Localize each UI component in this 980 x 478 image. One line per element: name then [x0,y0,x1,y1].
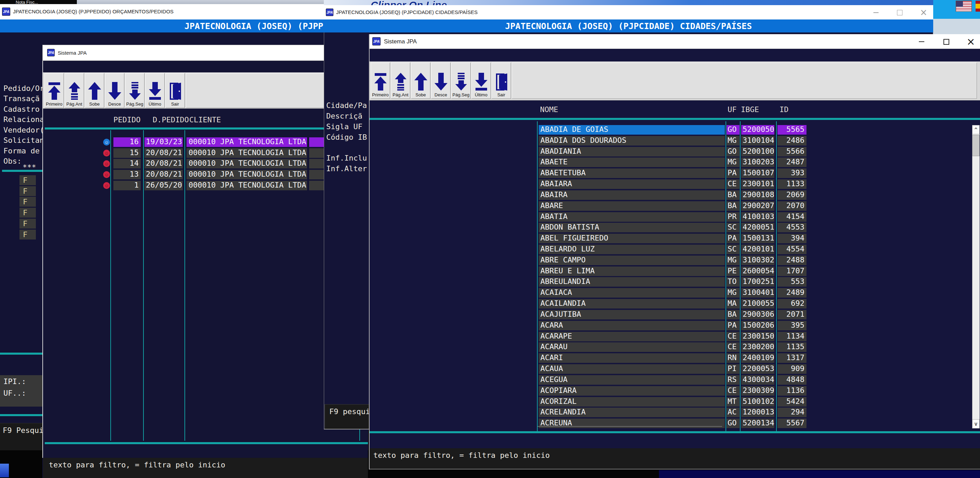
toolbar-button[interactable]: Pág.Seg [451,62,471,99]
cell-nome: ABEL FIGUEIREDO [539,234,725,243]
table-row[interactable]: ACRELANDIA AC 1200013 294 [0,408,980,417]
scrollbar-thumb[interactable] [972,135,980,156]
table-row[interactable]: ACARAPE CE 2300150 1134 [0,332,980,341]
cell-uf: CE [727,179,740,189]
cell-uf: TO [727,277,740,287]
table-row[interactable]: ABEL FIGUEIREDO PA 1500131 394 [0,234,980,243]
us-flag-icon[interactable] [956,1,972,12]
exit-door-icon [495,73,508,91]
exit-door-icon [169,82,182,100]
toolbar-button[interactable]: Primeiro [45,73,64,108]
table-row[interactable]: ACEGUA RS 4300034 4848 [0,375,980,385]
toolbar-button[interactable]: Sair [165,73,185,108]
minimize-button[interactable] [870,8,882,18]
close-button[interactable]: × [918,6,930,18]
table-row[interactable]: ACARA PA 1500206 395 [0,321,980,330]
table-bottom-line [369,431,980,433]
cell-id: 5567 [778,419,807,428]
toolbar-button[interactable]: Último [471,62,491,99]
toolbar-button[interactable]: Pág.Ant [65,73,84,108]
table-row[interactable]: ACARI RN 2400109 1317 [0,353,980,363]
table-header-line [369,118,980,120]
down-icon [434,73,448,91]
scrollbar-track[interactable] [972,125,980,429]
cell-id: 2486 [778,136,807,145]
toolbar-button[interactable]: Desce [431,62,450,99]
cell-uf: AC [727,408,740,417]
page-down-icon [455,73,467,91]
close-button[interactable]: × [964,35,978,48]
cidades-console-banner-text: JPATECNOLOGIA (JOSEQ) (PJPCIDADE) CIDADE… [505,21,752,31]
table-row[interactable]: ACORIZAL MT 5100102 5424 [0,397,980,406]
table-row[interactable]: ABAIRA BA 2900108 2069 [0,190,980,200]
cidades-console-banner: JPATECNOLOGIA (JOSEQ) (PJPCIDADE) CIDADE… [324,19,933,32]
cell-uf: PA [727,169,740,178]
table-row[interactable]: ABADIA DOS DOURADOS MG 3100104 2486 [0,136,980,145]
cell-uf: MG [727,158,740,167]
table-row[interactable]: ABAETETUBA PA 1500107 393 [0,169,980,178]
toolbar-button[interactable]: Sobe [85,73,104,108]
pedidos-titlebar[interactable]: JPA JPATECNOLOGIA (JOSEQ) (PJPPEDIDO) OR… [0,4,324,19]
table-row[interactable]: ACREUNA GO 5200134 5567 [0,419,980,428]
cell-id: 395 [778,321,807,330]
pedidos-filter-input[interactable]: texto para filtro, = filtra pelo inicio [43,458,368,478]
cell-ibge: 2100055 [741,299,774,309]
cell-nome: ABREU E LIMA [539,266,725,276]
table-row[interactable]: ABREU E LIMA PE 2600054 1707 [0,266,980,276]
table-row[interactable]: ACARAU CE 2300200 1135 [0,343,980,352]
cidades-titlebar[interactable]: JPA JPATECNOLOGIA (JOSEQ) (PJPCIDADE) CI… [324,5,933,19]
column-header-dpedido: D.PEDIDO [153,115,189,124]
table-row[interactable]: ABREULANDIA TO 1700251 553 [0,277,980,287]
cell-ibge: 2200053 [741,364,774,374]
cell-uf: MT [727,397,740,406]
maximize-button[interactable] [939,37,953,46]
toolbar-button[interactable]: Sobe [411,62,430,99]
cell-id: 4554 [778,245,807,254]
cell-uf: BA [727,310,740,319]
cell-id: 1134 [778,332,807,341]
table-row[interactable]: ABRE CAMPO MG 3100302 2488 [0,256,980,265]
table-row[interactable]: ABARE BA 2900207 2070 [0,201,980,211]
table-row[interactable]: ABADIANIA GO 5200100 5566 [0,147,980,156]
scrollbar-up-button[interactable]: ^ [972,125,980,134]
table-row[interactable]: ABELARDO LUZ SC 4200101 4554 [0,245,980,254]
minimize-button[interactable] [915,37,928,46]
cidades-filter-input[interactable]: texto para filtro, = filtra pelo inicio [369,448,980,470]
table-row[interactable]: ACOPIARA CE 2300309 1136 [0,386,980,396]
toolbar-button[interactable]: Pág.Ant [391,62,410,99]
toolbar-button[interactable]: Desce [105,73,124,108]
cell-id: 909 [778,364,807,374]
pedidos-browser-titlebar[interactable]: JPA Sistema JPA [42,45,368,61]
cell-uf: PA [727,234,740,243]
table-row[interactable]: ACAIACA MG 3100401 2489 [0,288,980,298]
table-row[interactable]: ABATIA PR 4100103 4154 [0,212,980,222]
table-row[interactable]: ACAJUTIBA BA 2900306 2071 [0,310,980,319]
cell-uf: SC [727,223,740,232]
toolbar-button[interactable]: Primeiro [371,62,390,99]
cell-nome: ABDON BATISTA [539,223,725,232]
cell-ibge: 2900108 [741,190,774,200]
scrollbar-down-button[interactable]: v [972,419,980,429]
table-row[interactable]: ACAUA PI 2200053 909 [0,364,980,374]
taskbar-item[interactable] [0,464,9,477]
table-row[interactable]: ABDON BATISTA SC 4200051 4553 [0,223,980,232]
cell-ibge: 1700251 [741,277,774,287]
toolbar-button[interactable]: Último [145,73,165,108]
spain-flag-icon[interactable] [975,1,980,12]
field-label: Cidade/Pa [326,101,367,110]
cell-id: 2488 [778,256,807,265]
toolbar-button[interactable]: Pág.Seg [125,73,145,108]
table-row[interactable]: ABAIARA CE 2300101 1133 [0,179,980,189]
column-header-id: ID [780,105,789,114]
list-bottom-line [538,426,722,427]
background-console-edge [659,470,980,478]
table-row[interactable]: ABAETE MG 3100203 2487 [0,158,980,167]
table-row[interactable]: ACAILANDIA MA 2100055 692 [0,299,980,309]
table-row[interactable]: ABADIA DE GOIAS GO 5200050 5565 [0,125,980,135]
toolbar-button[interactable]: Sair [492,62,511,99]
cell-ibge: 2300309 [741,386,774,396]
cell-ibge: 1500131 [741,234,774,243]
cidades-browser-titlebar[interactable]: JPA Sistema JPA × [369,34,980,49]
maximize-button[interactable] [894,8,906,18]
cell-uf: MG [727,256,740,265]
